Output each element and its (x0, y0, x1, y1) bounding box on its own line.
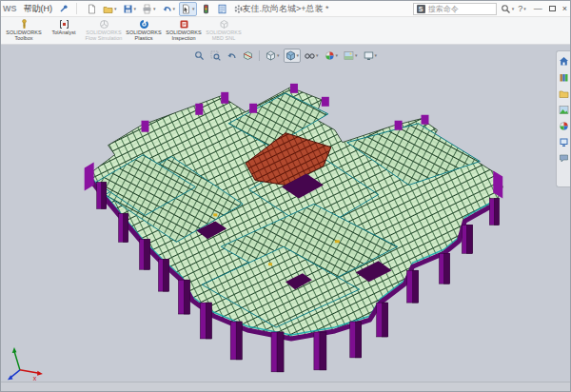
search-button[interactable]: ▾ (501, 4, 515, 14)
select-icon (181, 4, 191, 14)
hide-show-items-button[interactable]: ▾ (303, 49, 321, 63)
solidworks-forum-icon[interactable] (559, 153, 569, 164)
dropdown-arrow: ▾ (375, 53, 378, 58)
zoom-to-fit-button[interactable] (192, 49, 207, 63)
dropdown-arrow: ▾ (173, 7, 176, 11)
addin-label: SOLIDWORKS MBD SNL (205, 30, 243, 41)
zoom-to-area-button[interactable] (208, 49, 223, 63)
search-commands-box[interactable]: S 搜索命令 (413, 3, 497, 15)
title-bar: WS 帮助(H) ▾ (1, 1, 570, 17)
view-settings-icon (364, 50, 374, 61)
addin-tolanalyst[interactable]: TolAnalyst (45, 19, 83, 36)
solidworks-logo-partial: WS (3, 4, 17, 13)
heads-up-view-toolbar: ▾ ▾ ▾ (192, 49, 379, 63)
addin-label: SOLIDWORKS Plastics (125, 30, 163, 41)
scene-icon (344, 50, 354, 61)
addin-label: SOLIDWORKS Toolbox (5, 30, 43, 41)
status-bar (1, 382, 570, 392)
dropdown-arrow: ▾ (512, 7, 515, 11)
view-settings-button[interactable]: ▾ (362, 49, 380, 63)
dropdown-arrow: ▾ (134, 7, 137, 11)
addin-solidworks-inspection[interactable]: SOLIDWORKS Inspection (165, 19, 203, 41)
print-button[interactable]: ▾ (140, 2, 158, 16)
divider (76, 3, 77, 14)
close-button[interactable]: × (562, 5, 567, 13)
rebuild-button[interactable] (199, 2, 213, 16)
appearance-ball-icon (325, 50, 335, 61)
menu-help[interactable]: 帮助(H) (22, 3, 55, 15)
help-button[interactable]: ? ▾ (518, 4, 526, 13)
new-document-icon (87, 4, 97, 14)
dropdown-arrow: ▾ (336, 53, 339, 58)
section-view-button[interactable] (241, 49, 255, 63)
print-icon (142, 4, 152, 14)
search-icon (501, 4, 511, 14)
addin-solidworks-plastics[interactable]: SOLIDWORKS Plastics (125, 19, 163, 41)
task-pane (556, 50, 570, 187)
rebuild-traffic-light-icon (201, 4, 211, 14)
dropdown-arrow: ▾ (114, 7, 117, 11)
eyeglasses-icon (305, 50, 315, 61)
search-placeholder: 搜索命令 (428, 4, 459, 14)
appearances-scenes-decals-icon[interactable] (559, 121, 569, 131)
addin-solidworks-toolbox[interactable]: SOLIDWORKS Toolbox (5, 19, 43, 41)
file-explorer-folder-icon[interactable] (559, 88, 569, 99)
custom-properties-icon[interactable] (559, 137, 569, 147)
display-style-shaded-icon (285, 50, 295, 61)
triad-x-label: x (33, 375, 37, 381)
reference-triad: x (8, 347, 43, 381)
zoom-to-fit-icon (194, 50, 205, 61)
addin-label: TolAnalyst (51, 30, 75, 36)
edit-appearance-button[interactable]: ▾ (323, 49, 341, 63)
section-view-icon (243, 50, 253, 61)
file-properties-icon (217, 4, 227, 14)
open-document-button[interactable]: ▾ (101, 2, 119, 16)
minimize-button[interactable]: — (534, 5, 542, 13)
file-properties-button[interactable] (215, 2, 229, 16)
design-library-icon[interactable] (559, 72, 569, 83)
inspection-icon (179, 19, 189, 29)
previous-view-button[interactable] (225, 49, 239, 63)
select-button[interactable]: ▾ (179, 2, 197, 16)
new-document-button[interactable] (85, 2, 99, 16)
dropdown-arrow: ▾ (316, 53, 319, 58)
apply-scene-button[interactable]: ▾ (342, 49, 360, 63)
open-folder-icon (103, 4, 113, 14)
solidworks-resources-home-icon[interactable] (559, 56, 569, 67)
addin-mbd-snl: SOLIDWORKS MBD SNL (205, 19, 243, 41)
view-orientation-button[interactable]: ▾ (264, 49, 282, 63)
restore-button[interactable] (549, 6, 556, 11)
view-palette-icon[interactable] (559, 105, 569, 115)
window-controls: — × (534, 5, 567, 13)
pin-menu-icon[interactable] (59, 4, 69, 13)
undo-button[interactable]: ▾ (160, 2, 178, 16)
undo-icon (162, 4, 172, 14)
options-button[interactable]: ▾ (231, 2, 249, 16)
zoom-to-area-icon (210, 50, 221, 61)
dropdown-arrow: ▾ (296, 53, 299, 58)
dropdown-arrow: ▾ (277, 53, 280, 58)
addin-flow-simulation: SOLIDWORKS Flow Simulation (85, 19, 123, 41)
dropdown-arrow: ▾ (153, 7, 156, 11)
solidworks-mini-logo: S (417, 5, 425, 13)
solidworks-window: WS 帮助(H) ▾ (0, 0, 571, 392)
dropdown-arrow: ▾ (355, 53, 358, 58)
toolbox-screw-icon (19, 19, 30, 29)
command-manager-ribbon: SOLIDWORKS Toolbox TolAnalyst SOLIDWORKS… (1, 17, 570, 45)
quick-access-toolbar: ▾ ▾ ▾ (85, 2, 248, 16)
addin-label: SOLIDWORKS Inspection (165, 30, 203, 41)
save-icon (123, 4, 133, 14)
assembly-model-formwork: x (1, 45, 570, 381)
dropdown-arrow: ▾ (245, 7, 247, 11)
previous-view-icon (226, 50, 237, 61)
help-label: ? (518, 4, 522, 13)
divider (259, 50, 260, 61)
display-style-button[interactable]: ▾ (283, 49, 301, 63)
plastics-icon (139, 19, 149, 29)
gear-icon (233, 4, 244, 14)
addin-label: SOLIDWORKS Flow Simulation (85, 30, 123, 41)
save-button[interactable]: ▾ (121, 2, 139, 16)
tolanalyst-icon (59, 19, 69, 29)
view-orientation-cube-icon (266, 50, 276, 61)
graphics-area[interactable]: x (1, 45, 570, 382)
